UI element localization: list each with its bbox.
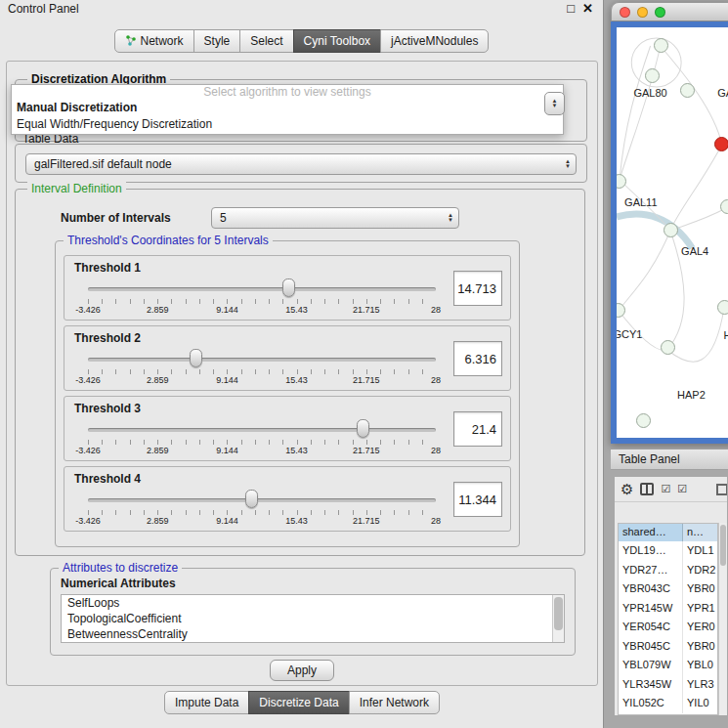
cell-shared-name[interactable]: YBL079W <box>619 656 683 675</box>
menu-item-manual-discretization[interactable]: Manual Discretization <box>12 100 563 116</box>
table-data-combobox[interactable]: galFiltered.sif default node ▲▼ <box>25 153 577 175</box>
cell-shared-name[interactable]: YER054C <box>619 618 683 637</box>
algorithm-combobox-stepper[interactable]: ▲▼ <box>544 92 565 115</box>
table-row[interactable]: YDR27… YDR2 <box>619 561 717 580</box>
threshold-value-field[interactable]: 11.344 <box>453 482 502 517</box>
threshold-value-field[interactable]: 21.4 <box>453 411 502 447</box>
table-row[interactable]: YBR045C YBR0 <box>619 637 717 657</box>
tab-cyni-toolbox[interactable]: Cyni Toolbox <box>293 29 381 53</box>
list-item[interactable]: BetweennessCentrality <box>62 626 564 642</box>
table-row[interactable]: YIL052C YIL0 <box>619 694 717 713</box>
gear-icon[interactable]: ⚙ <box>621 482 633 496</box>
threshold-row: Threshold 3 -3.426 2.859 9.144 15.43 <box>64 396 511 461</box>
table-row[interactable]: YPR145W YPR1 <box>619 599 717 619</box>
threshold-value-field[interactable]: 14.713 <box>453 271 502 306</box>
scrollbar-thumb[interactable] <box>554 597 563 630</box>
network-node[interactable] <box>717 300 728 315</box>
columns-icon[interactable] <box>640 483 654 495</box>
list-item[interactable]: SelfLoops <box>62 595 564 611</box>
tick-label: 2.859 <box>147 446 169 455</box>
cell-shared-name[interactable]: YPR145W <box>619 599 683 619</box>
column-header-name[interactable]: n… <box>683 524 717 541</box>
cell-shared-name[interactable]: YIL052C <box>619 694 683 713</box>
cell-name[interactable]: YDR2 <box>683 561 717 580</box>
table-row[interactable]: YBR043C YBR0 <box>619 579 717 599</box>
network-node[interactable] <box>664 223 678 237</box>
cell-shared-name[interactable]: YLR345W <box>619 675 683 695</box>
cell-name[interactable]: YLR3 <box>683 675 717 695</box>
threshold-slider[interactable]: -3.426 2.859 9.144 15.43 21.715 28 <box>88 276 436 319</box>
list-item[interactable]: TopologicalCoefficient <box>62 611 564 626</box>
tab-select[interactable]: Select <box>239 29 293 53</box>
threshold-label: Threshold 2 <box>74 331 141 345</box>
tab-label: Select <box>250 34 282 48</box>
table-row[interactable]: YDL19… YDL1 <box>619 541 717 561</box>
threshold-slider[interactable]: -3.426 2.859 9.144 15.43 21.715 28 <box>88 416 436 459</box>
slider-track[interactable] <box>88 287 436 291</box>
list-scrollbar[interactable] <box>552 595 564 642</box>
scrollbar-thumb[interactable] <box>720 525 726 566</box>
cell-name[interactable]: YIL0 <box>683 694 717 713</box>
network-node[interactable] <box>714 137 728 151</box>
cell-name[interactable]: YBL0 <box>683 656 717 675</box>
tick-label: 21.715 <box>353 305 380 315</box>
checkbox-icon[interactable]: ☑ <box>661 484 670 494</box>
network-window-titlebar[interactable] <box>611 2 728 21</box>
float-window-icon[interactable]: □ <box>567 1 575 16</box>
close-traffic-light[interactable] <box>620 7 630 18</box>
tab-label: Infer Network <box>360 696 429 709</box>
algorithm-dropdown-popup: Select algorithm to view settings Manual… <box>11 84 564 135</box>
tab-discretize-data[interactable]: Discretize Data <box>248 691 349 714</box>
tick-label: 28 <box>431 516 441 526</box>
close-window-icon[interactable]: ✕ <box>582 1 593 16</box>
threshold-slider[interactable]: -3.426 2.859 9.144 15.43 21.715 28 <box>88 487 436 530</box>
cell-shared-name[interactable]: YBR043C <box>619 579 683 599</box>
tab-style[interactable]: Style <box>193 29 241 53</box>
tab-infer-network[interactable]: Infer Network <box>349 691 440 714</box>
table-row[interactable]: YBL079W YBL0 <box>619 656 717 675</box>
threshold-value-field[interactable]: 6.316 <box>453 341 502 376</box>
apply-button[interactable]: Apply <box>270 660 334 681</box>
numerical-attributes-label: Numerical Attributes <box>61 577 176 590</box>
table-row[interactable]: YER054C YER0 <box>619 618 717 637</box>
tab-network[interactable]: Network <box>114 29 194 53</box>
table-panel-titlebar[interactable]: Table Panel <box>611 449 728 470</box>
minimize-traffic-light[interactable] <box>637 7 648 18</box>
threshold-slider[interactable]: -3.426 2.859 9.144 15.43 21.715 28 <box>88 346 436 389</box>
table-header-row: shared… n… <box>619 524 717 541</box>
zoom-traffic-light[interactable] <box>655 7 665 18</box>
network-node[interactable] <box>661 340 675 355</box>
numerical-attributes-list[interactable]: SelfLoops TopologicalCoefficient Between… <box>61 594 565 643</box>
tick-label: 2.859 <box>147 375 169 385</box>
partial-toolbar-icon[interactable] <box>716 484 727 495</box>
cell-name[interactable]: YDL1 <box>683 541 717 561</box>
column-header-shared-name[interactable]: shared… <box>619 524 683 541</box>
table-row[interactable]: YLR345W YLR3 <box>619 675 717 695</box>
slider-ticks <box>88 369 436 374</box>
cell-name[interactable]: YBR0 <box>683 637 717 657</box>
control-panel-titlebar[interactable]: Control Panel □ ✕ <box>0 0 603 18</box>
cell-name[interactable]: YPR1 <box>683 599 717 619</box>
menu-item-equal-width-frequency[interactable]: Equal Width/Frequency Discretization <box>12 116 563 133</box>
cell-shared-name[interactable]: YDR27… <box>619 561 683 580</box>
checkbox-icon[interactable]: ☑ <box>677 484 687 494</box>
slider-thumb[interactable] <box>357 419 369 438</box>
table-scrollbar[interactable] <box>718 523 727 715</box>
threshold-label: Threshold 4 <box>74 472 141 486</box>
cell-shared-name[interactable]: YDL19… <box>619 541 683 561</box>
tab-jactivemnodules[interactable]: jActiveMNodules <box>380 29 489 53</box>
slider-track[interactable] <box>88 358 436 362</box>
cell-name[interactable]: YER0 <box>683 618 717 637</box>
cell-shared-name[interactable]: YBR045C <box>619 637 683 657</box>
slider-thumb[interactable] <box>245 490 258 508</box>
node-attribute-table: shared… n… YDL19… YDL1 YDR27… YDR2 YBR04… <box>618 523 718 715</box>
slider-track[interactable] <box>88 428 436 432</box>
tab-impute-data[interactable]: Impute Data <box>164 691 249 714</box>
number-of-intervals-combobox[interactable]: 5 ▲▼ <box>211 207 459 229</box>
cell-name[interactable]: YBR0 <box>683 579 717 599</box>
slider-thumb[interactable] <box>282 278 295 297</box>
network-canvas[interactable]: GAL80 GA GAL11 GAL4 GCY1 H HAP2 <box>617 27 728 438</box>
slider-thumb[interactable] <box>190 349 202 367</box>
slider-track[interactable] <box>88 498 436 502</box>
combo-arrows-icon: ▲▼ <box>565 154 571 174</box>
